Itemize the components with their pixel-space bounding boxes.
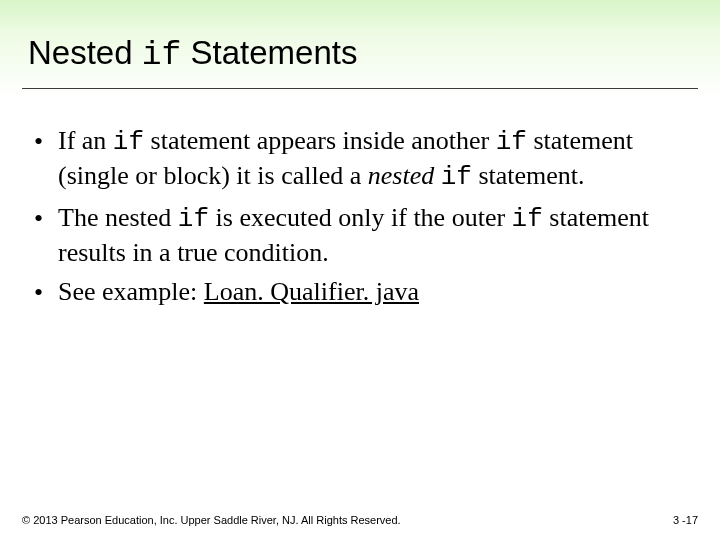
text-run: The nested — [58, 203, 178, 232]
bullet-text: The nested if is executed only if the ou… — [58, 201, 684, 270]
code-run: if — [496, 127, 527, 157]
bullet-item: • See example: Loan. Qualifier. java — [34, 275, 684, 309]
title-text-post: Statements — [181, 34, 357, 71]
footer-page-number: 3 -17 — [673, 514, 698, 526]
title-text-pre: Nested — [28, 34, 142, 71]
bullet-dot: • — [34, 275, 58, 309]
bullet-text: See example: Loan. Qualifier. java — [58, 275, 684, 308]
text-run: See example: — [58, 277, 204, 306]
bullet-dot: • — [34, 201, 58, 235]
footer-copyright: © 2013 Pearson Education, Inc. Upper Sad… — [22, 514, 401, 526]
bullet-dot: • — [34, 124, 58, 158]
code-run: if — [512, 204, 543, 234]
slide-title: Nested if Statements — [28, 34, 357, 74]
text-run: statement appears inside another — [144, 126, 496, 155]
slide: Nested if Statements • If an if statemen… — [0, 0, 720, 540]
text-run: statement. — [472, 161, 585, 190]
text-run: If an — [58, 126, 113, 155]
title-code: if — [142, 37, 182, 74]
text-run: is executed only if the outer — [209, 203, 512, 232]
code-run: if — [113, 127, 144, 157]
code-run: if — [178, 204, 209, 234]
title-underline — [22, 88, 698, 89]
bullet-item: • The nested if is executed only if the … — [34, 201, 684, 270]
italic-run: nested — [368, 161, 434, 190]
code-run: if — [441, 162, 472, 192]
example-link[interactable]: Loan. Qualifier. java — [204, 277, 419, 306]
bullet-item: • If an if statement appears inside anot… — [34, 124, 684, 195]
body-content: • If an if statement appears inside anot… — [34, 124, 684, 315]
bullet-text: If an if statement appears inside anothe… — [58, 124, 684, 195]
